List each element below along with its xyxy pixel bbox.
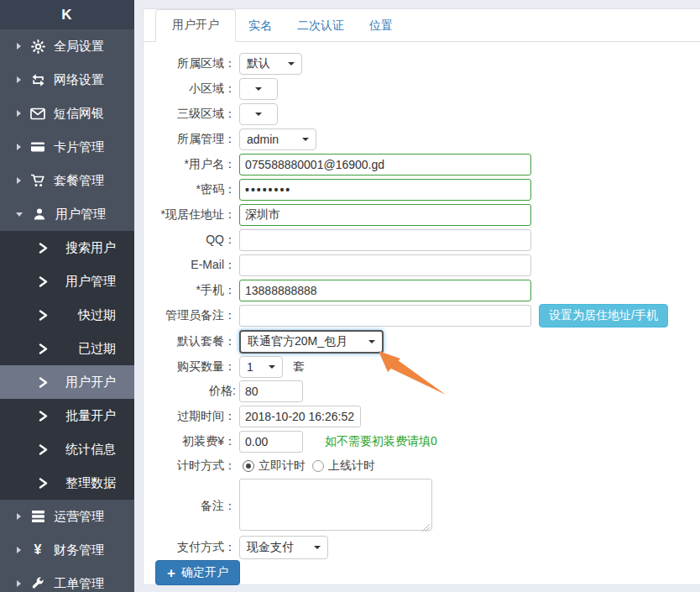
tab-real-name[interactable]: 实名 [236,11,285,41]
region-label: 所属区域： [144,56,236,71]
password-input[interactable] [239,179,531,201]
caret-right-icon [17,144,21,150]
sidebar-item-label: 财务管理 [54,542,104,558]
manager-select[interactable]: admin [239,128,316,150]
sidebar-item-label: 网络设置 [54,72,104,88]
open-account-form: 所属区域： 默认 小区域： 三级区域： [144,50,700,584]
install-fee-label: 初装费¥： [144,434,236,449]
sidebar-item-sms-banking[interactable]: 短信网银 [0,97,134,130]
sidebar-item-global-settings[interactable]: 全局设置 [0,29,134,63]
level3-region-label: 三级区域： [144,107,236,122]
price-label: 价格: [144,384,236,399]
form-row-expire-time: 过期时间： [144,405,361,428]
note-textarea[interactable] [239,479,432,531]
timing-immediate-radio[interactable] [243,460,254,472]
sidebar: K 全局设置 网络设置 短信网银 [0,0,134,592]
form-row-password: *密码： [144,178,531,202]
tab-second-auth[interactable]: 二次认证 [285,11,357,41]
form-row-package: 默认套餐： 联通官方20M_包月 [144,330,384,354]
region-select[interactable]: 默认 [239,53,302,75]
address-input[interactable] [239,204,531,226]
main-content: 用户开户 实名 二次认证 位置 所属区域： 默认 小区域： [134,0,700,592]
mail-icon [30,107,45,120]
chevron-down-icon [255,113,262,116]
payment-select[interactable]: 现金支付 [239,536,328,559]
address-label: *现居住地址： [144,207,236,223]
sidebar-item-network-settings[interactable]: 网络设置 [0,63,134,97]
sidebar-subitem-batch-open-account[interactable]: 批量开户 [0,399,134,432]
tab-open-account[interactable]: 用户开户 [155,9,236,42]
price-input[interactable] [239,380,303,402]
sidebar-item-label: 工单管理 [54,576,104,592]
chevron-down-icon [269,365,275,369]
password-label: *密码： [144,182,236,197]
level3-region-select[interactable] [239,103,278,125]
email-input[interactable] [239,254,531,276]
sidebar-item-work-order-management[interactable]: 工单管理 [0,567,134,592]
set-address-phone-button[interactable]: 设置为居住地址/手机 [539,304,668,327]
subregion-select[interactable] [239,78,278,100]
admin-note-input[interactable] [239,305,531,327]
sidebar-subitem-search-users[interactable]: 搜索用户 [0,231,134,265]
sidebar-subitem-statistics[interactable]: 统计信息 [0,432,134,466]
chevron-down-icon [302,138,309,141]
submit-label: 确定开户 [181,565,228,580]
expire-time-input[interactable] [239,406,361,427]
sidebar-item-finance-management[interactable]: ¥ 财务管理 [0,533,134,567]
sidebar-subitem-label: 整理数据 [55,475,116,491]
sidebar-item-card-management[interactable]: 卡片管理 [0,130,134,164]
chevron-right-icon [39,243,49,254]
form-row-region: 所属区域： 默认 [144,52,302,76]
package-select[interactable]: 联通官方20M_包月 [239,330,384,354]
confirm-open-account-button[interactable]: + 确定开户 [155,560,240,585]
install-fee-input[interactable] [239,431,303,453]
timing-online-radio[interactable] [312,460,324,472]
timing-online-label: 上线计时 [328,458,375,474]
manager-label: 所属管理： [144,132,236,147]
sidebar-item-label: 全局设置 [54,39,104,55]
select-value: 1 [247,360,253,374]
tab-location[interactable]: 位置 [357,11,405,41]
sidebar-subitem-organize-data[interactable]: 整理数据 [0,466,134,500]
sidebar-subitem-expired[interactable]: 已过期 [0,332,134,365]
sidebar-item-operations-management[interactable]: 运营管理 [0,500,134,533]
sidebar-subitem-label: 已过期 [55,341,116,357]
sidebar-item-label: 套餐管理 [54,173,104,189]
caret-right-icon [17,177,21,184]
sidebar-subitem-expiring-soon[interactable]: 快过期 [0,298,134,332]
username-input[interactable] [239,154,531,176]
form-row-phone: *手机： [144,279,531,302]
quantity-select[interactable]: 1 [239,356,283,378]
expire-time-label: 过期时间： [144,409,236,424]
chevron-right-icon [39,377,49,388]
caret-right-icon [17,513,21,520]
chevron-right-icon [39,478,49,489]
sidebar-item-package-management[interactable]: 套餐管理 [0,164,134,197]
phone-input[interactable] [239,280,531,301]
sidebar-subitem-user-management[interactable]: 用户管理 [0,265,134,298]
sidebar-subitem-label: 快过期 [55,307,116,323]
form-row-qq: QQ： [144,228,531,252]
email-label: E-Mail： [144,258,236,273]
note-label: 备注： [144,499,236,514]
qq-input[interactable] [239,229,531,251]
sidebar-item-label: 卡片管理 [54,139,104,155]
user-icon [32,207,47,221]
sidebar-subitem-label: 统计信息 [55,442,116,458]
form-row-timing-mode: 计时方式： 立即计时 上线计时 [144,458,375,474]
username-label: *用户名： [144,157,236,172]
admin-note-label: 管理员备注： [144,308,236,323]
caret-right-icon [17,110,21,117]
install-fee-hint: 如不需要初装费请填0 [325,434,437,449]
sidebar-item-user-management[interactable]: 用户管理 [0,197,134,231]
sidebar-item-label: 运营管理 [54,509,104,525]
form-row-payment: 支付方式： 现金支付 [144,536,328,559]
select-value: 默认 [247,56,270,71]
cart-icon [30,174,45,187]
chevron-down-icon [368,340,375,343]
screen: K 全局设置 网络设置 短信网银 [0,0,700,592]
refresh-icon [30,73,45,86]
sidebar-subitem-open-account[interactable]: 用户开户 [0,365,134,399]
caret-right-icon [17,547,21,553]
chevron-right-icon [39,411,49,422]
